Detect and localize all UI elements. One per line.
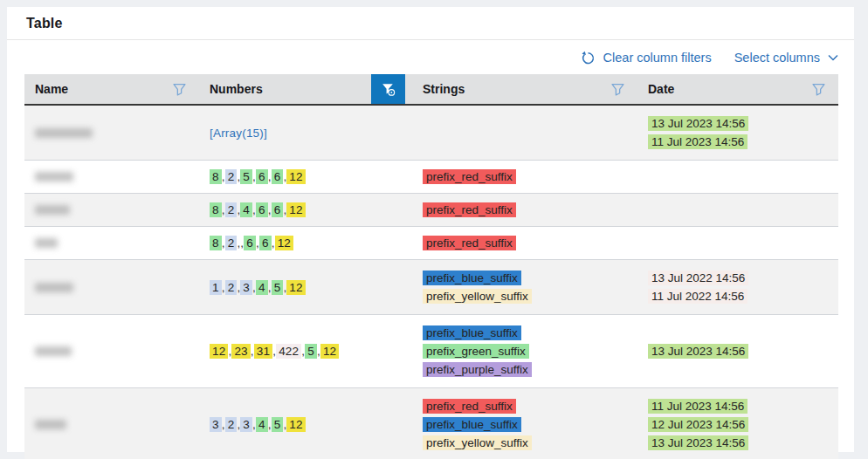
- number-value: 422: [276, 344, 301, 359]
- number-value: 4: [256, 417, 268, 432]
- numbers-cell: 1,2,3,4,5,12: [199, 260, 412, 315]
- filter-button-numbers-active[interactable]: [371, 74, 405, 104]
- name-cell: [24, 388, 199, 459]
- redacted-name: [35, 420, 66, 429]
- table-row: 8,2,5,6,6,12prefix_red_suffix: [24, 161, 838, 194]
- string-value: prefix_green_suffix: [423, 344, 529, 359]
- number-value: 2: [225, 280, 238, 295]
- filter-button-date[interactable]: [803, 74, 833, 104]
- filter-applied-icon: [381, 82, 396, 97]
- name-cell: [24, 194, 199, 227]
- number-value: 12: [210, 344, 228, 359]
- clear-column-filters-label: Clear column filters: [603, 51, 712, 65]
- string-value: prefix_blue_suffix: [423, 271, 521, 285]
- number-value: 2: [225, 202, 238, 217]
- name-cell: [24, 227, 199, 260]
- strings-cell: prefix_blue_suffixprefix_yellow_suffix: [412, 260, 637, 315]
- number-value: 8: [210, 236, 222, 250]
- redacted-name: [35, 128, 93, 138]
- string-value: prefix_blue_suffix: [423, 417, 521, 432]
- name-cell: [24, 260, 199, 315]
- clear-column-filters-button[interactable]: Clear column filters: [581, 51, 712, 65]
- redacted-name: [35, 238, 58, 248]
- table-card: Table Clear column filters Select column…: [7, 7, 854, 452]
- numbers-cell: 12,23,31,422,5,12: [199, 315, 412, 388]
- number-value: 12: [286, 169, 305, 184]
- date-value: 12 Jul 2023 14:56: [648, 417, 748, 432]
- table-toolbar: Clear column filters Select columns: [24, 41, 838, 74]
- number-value: 2: [225, 169, 238, 184]
- column-header-strings: Strings: [412, 74, 637, 105]
- number-value: 1: [210, 280, 222, 295]
- string-value: prefix_yellow_suffix: [423, 289, 532, 304]
- column-label-strings: Strings: [423, 82, 465, 96]
- number-value: 6: [256, 169, 268, 184]
- number-value: 8: [210, 202, 222, 217]
- number-value: 5: [305, 344, 317, 359]
- column-label-numbers: Numbers: [210, 82, 263, 96]
- number-value: 23: [231, 344, 250, 359]
- filter-button-name[interactable]: [164, 74, 194, 104]
- reset-icon: [581, 51, 596, 65]
- numbers-cell: 3,2,3,4,5,12: [199, 388, 412, 459]
- strings-cell: prefix_red_suffix: [412, 227, 637, 260]
- data-table: NameNumbersStringsDate [Array(15)]13 Jul…: [24, 74, 838, 459]
- numbers-cell: 8,2,5,6,6,12: [199, 161, 412, 194]
- number-value: 4: [256, 280, 268, 295]
- table-header-row: NameNumbersStringsDate: [24, 74, 838, 105]
- number-value: 6: [256, 202, 268, 217]
- strings-cell: prefix_red_suffixprefix_blue_suffixprefi…: [412, 388, 637, 459]
- number-value: 6: [272, 169, 284, 184]
- numbers-cell: 8,2,4,6,6,12: [199, 194, 412, 227]
- name-cell: [24, 161, 199, 194]
- date-cell: 11 Jul 2023 14:5612 Jul 2023 14:5613 Jul…: [637, 388, 838, 459]
- table-row: 3,2,3,4,5,12prefix_red_suffixprefix_blue…: [24, 388, 838, 459]
- date-cell: [637, 227, 838, 260]
- string-value: prefix_red_suffix: [423, 236, 516, 250]
- number-value: 31: [254, 344, 272, 359]
- date-value: 11 Jul 2023 14:56: [648, 399, 747, 414]
- number-value: 2: [225, 417, 238, 432]
- redacted-name: [35, 205, 70, 215]
- column-header-name: Name: [24, 74, 199, 105]
- strings-cell: prefix_blue_suffixprefix_green_suffixpre…: [412, 315, 637, 388]
- column-label-name: Name: [35, 82, 68, 96]
- number-value: 5: [272, 417, 284, 432]
- string-value: prefix_purple_suffix: [423, 362, 532, 377]
- date-value: 13 Jul 2022 14:56: [648, 271, 748, 285]
- number-value: 2: [225, 236, 238, 250]
- number-value: 3: [210, 417, 222, 432]
- array-expand-link[interactable]: [Array(15)]: [210, 127, 267, 140]
- number-value: 5: [272, 280, 284, 295]
- strings-cell: prefix_red_suffix: [412, 194, 637, 227]
- date-cell: [637, 194, 838, 227]
- name-cell: [24, 315, 199, 388]
- number-value: 12: [286, 280, 305, 295]
- card-body: Clear column filters Select columns Name…: [7, 41, 854, 459]
- name-cell: [24, 105, 199, 161]
- date-cell: 13 Jul 2023 14:56: [637, 315, 838, 388]
- filter-icon: [611, 83, 624, 96]
- date-value: 13 Jul 2023 14:56: [648, 435, 748, 450]
- date-cell: 13 Jul 2022 14:5611 Jul 2022 14:56: [637, 260, 838, 315]
- numbers-cell: [Array(15)]: [199, 105, 412, 161]
- filter-button-strings[interactable]: [603, 74, 632, 104]
- number-value: 3: [240, 417, 252, 432]
- table-row: [Array(15)]13 Jul 2023 14:5611 Jul 2023 …: [24, 105, 838, 161]
- date-value: 13 Jul 2023 14:56: [648, 116, 748, 131]
- date-value: 13 Jul 2023 14:56: [648, 344, 748, 359]
- number-value: 6: [244, 236, 256, 250]
- select-columns-button[interactable]: Select columns: [734, 51, 838, 65]
- number-value: 6: [272, 202, 284, 217]
- string-value: prefix_red_suffix: [423, 169, 516, 184]
- date-cell: 13 Jul 2023 14:5611 Jul 2023 14:56: [637, 105, 838, 161]
- strings-cell: prefix_red_suffix: [412, 161, 637, 194]
- filter-icon: [173, 83, 186, 96]
- string-value: prefix_red_suffix: [423, 202, 516, 217]
- chevron-down-icon: [828, 54, 838, 61]
- string-value: prefix_red_suffix: [423, 399, 516, 414]
- redacted-name: [35, 172, 73, 182]
- date-value: 11 Jul 2022 14:56: [648, 289, 747, 304]
- table-row: 12,23,31,422,5,12prefix_blue_suffixprefi…: [24, 315, 838, 388]
- number-value: 3: [240, 280, 252, 295]
